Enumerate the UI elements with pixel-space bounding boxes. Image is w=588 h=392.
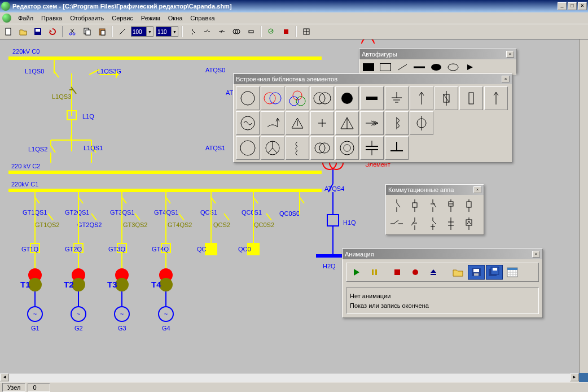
element-tool[interactable] [245, 25, 257, 38]
lib-2circles[interactable] [310, 86, 334, 110]
vertical-scrollbar[interactable] [579, 40, 588, 373]
copy-button[interactable] [81, 25, 94, 38]
anim-stop-button[interactable] [389, 265, 406, 280]
panel-library-title[interactable]: Встроенная библиотека элементов × [234, 74, 512, 84]
lib-ground[interactable] [385, 86, 409, 110]
panel-animation[interactable]: Анимация × Нет анимации Показ или запись… [342, 249, 543, 318]
shape-play[interactable] [462, 60, 478, 74]
stop-tool[interactable] [280, 25, 292, 38]
lib-large-circle[interactable] [236, 136, 260, 160]
lib-double-arrow[interactable] [360, 111, 384, 135]
anim-save-button[interactable] [468, 265, 485, 280]
lib-coil[interactable] [286, 136, 309, 160]
switch-2[interactable] [406, 197, 423, 214]
minimize-button[interactable]: _ [558, 2, 567, 10]
switch-8[interactable] [424, 215, 441, 232]
shape-ellipse[interactable] [445, 60, 461, 74]
shape-line[interactable] [394, 60, 410, 74]
switch-tool-1[interactable] [186, 25, 199, 38]
t2-secondary[interactable] [72, 278, 85, 291]
h2-bus[interactable] [316, 254, 344, 258]
grid-tool[interactable] [300, 25, 313, 38]
gen-g1[interactable]: ~ [27, 306, 43, 322]
anim-play-button[interactable] [348, 265, 365, 280]
new-button[interactable] [2, 25, 15, 38]
lib-bar[interactable] [360, 86, 384, 110]
menu-service[interactable]: Сервис [108, 14, 137, 23]
switch-3[interactable] [424, 197, 441, 214]
lib-phi[interactable] [410, 111, 433, 135]
lib-dot[interactable] [335, 86, 359, 110]
panel-autoshapes-title[interactable]: Автофигуры × [359, 49, 516, 59]
lib-2circles-overlap[interactable] [310, 136, 334, 160]
lib-capacitor[interactable] [360, 136, 384, 160]
switch-7[interactable] [406, 215, 423, 232]
anim-save-all-button[interactable] [486, 265, 503, 280]
scroll-left-button[interactable]: ◄ [0, 373, 9, 381]
lib-b-letter[interactable] [385, 111, 409, 135]
switch-6[interactable] [388, 215, 405, 232]
save-button[interactable] [32, 25, 44, 38]
busbar-c0[interactable] [8, 56, 322, 60]
lib-3circles-color[interactable] [286, 86, 309, 110]
anim-calendar-button[interactable] [504, 265, 521, 280]
menu-edit[interactable]: Правка [38, 14, 65, 23]
scale-2[interactable]: 110▼ [156, 27, 178, 37]
horizontal-scrollbar[interactable]: ◄ ► [0, 373, 579, 382]
menu-display[interactable]: Отобразить [67, 14, 107, 23]
anim-open-button[interactable] [450, 265, 467, 280]
refresh-button[interactable] [46, 25, 59, 38]
anim-pause-button[interactable] [366, 265, 383, 280]
lib-cross[interactable] [310, 111, 334, 135]
lib-arrow-up[interactable] [410, 86, 433, 110]
switch-4[interactable] [442, 197, 459, 214]
paste-button[interactable] [96, 25, 108, 38]
lib-circle[interactable] [236, 86, 260, 110]
lib-circle-in-circle[interactable] [335, 136, 359, 160]
check-tool[interactable] [265, 25, 278, 38]
panel-library-close[interactable]: × [502, 76, 510, 82]
menu-windows[interactable]: Окна [165, 14, 186, 23]
menu-help[interactable]: Справка [187, 14, 218, 23]
menu-mode[interactable]: Режим [138, 14, 164, 23]
box-l1q[interactable] [67, 110, 77, 120]
switch-10[interactable] [460, 215, 477, 232]
lib-rect-vert[interactable] [459, 86, 483, 110]
panel-switching-close[interactable]: × [473, 186, 481, 193]
scale-1[interactable]: 100▼ [131, 27, 153, 37]
shape-ellipse-fill[interactable] [428, 60, 444, 74]
maximize-button[interactable]: □ [568, 2, 577, 10]
lib-generator[interactable] [236, 111, 260, 135]
t3-secondary[interactable] [115, 278, 129, 291]
panel-autoshapes[interactable]: Автофигуры × [359, 49, 517, 73]
line-tool[interactable] [116, 25, 129, 38]
panel-animation-title[interactable]: Анимация × [343, 249, 542, 259]
close-button[interactable]: × [578, 2, 587, 10]
lib-ground2[interactable] [385, 136, 409, 160]
gen-g4[interactable]: ~ [158, 306, 174, 322]
lib-arc[interactable] [261, 111, 284, 135]
switch-1[interactable] [388, 197, 405, 214]
switch-9[interactable] [442, 215, 459, 232]
menu-file[interactable]: Файл [15, 14, 37, 23]
scroll-right-button[interactable]: ► [570, 373, 579, 381]
anim-record-button[interactable] [407, 265, 424, 280]
gen-g2[interactable]: ~ [71, 306, 86, 322]
lib-fuse[interactable] [435, 86, 458, 110]
t1-secondary[interactable] [28, 278, 42, 291]
lib-2circles-color[interactable] [261, 86, 284, 110]
shape-rect-fill[interactable] [361, 60, 376, 74]
lib-triangle2[interactable] [335, 111, 359, 135]
panel-switching-title[interactable]: Коммутационные аппа × [386, 185, 484, 195]
gen-g3[interactable]: ~ [114, 306, 130, 322]
switch-5[interactable] [460, 197, 477, 214]
open-button[interactable] [17, 25, 29, 38]
panel-library[interactable]: Встроенная библиотека элементов × [233, 73, 512, 163]
shape-hline[interactable] [411, 60, 427, 74]
transformer-tool[interactable] [230, 25, 243, 38]
switch-tool-3[interactable] [216, 25, 228, 38]
busbar-c2[interactable] [8, 171, 322, 174]
cut-button[interactable] [67, 25, 79, 38]
lib-circle-split[interactable] [261, 136, 284, 160]
switch-tool-2[interactable] [201, 25, 213, 38]
